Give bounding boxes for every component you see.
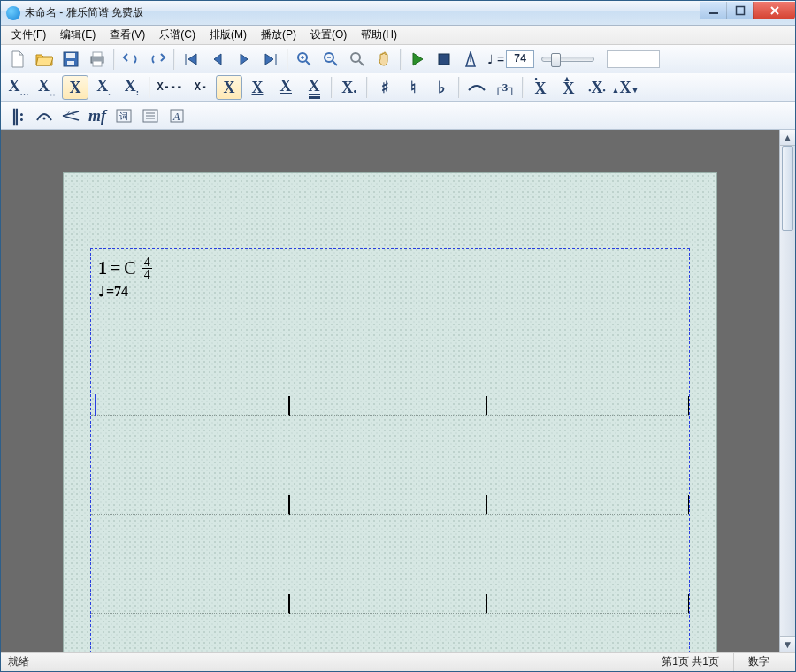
stave-row[interactable]: [91, 416, 689, 515]
edit-cursor: [95, 394, 96, 416]
canvas-scroll[interactable]: 1 = C 4 4 =74: [1, 130, 779, 652]
fermata-button[interactable]: [32, 103, 57, 128]
new-button[interactable]: [5, 47, 30, 72]
octave-up2[interactable]: ▲X: [555, 75, 582, 100]
undo-icon: [122, 52, 140, 66]
page-margin: 1 = C 4 4 =74: [90, 248, 690, 652]
note-dur-4[interactable]: X.: [90, 75, 117, 100]
crescendo-button[interactable]: 2 1: [58, 103, 83, 128]
menu-settings[interactable]: 设置(O): [303, 26, 354, 44]
pan-button[interactable]: [371, 47, 396, 72]
tie-button[interactable]: [463, 75, 490, 100]
prev-button[interactable]: [205, 47, 230, 72]
flat-icon: ♭: [438, 80, 445, 95]
stave-row[interactable]: [91, 317, 689, 416]
stop-icon: [438, 53, 450, 65]
note-dur-5[interactable]: X:: [119, 75, 145, 100]
score-page[interactable]: 1 = C 4 4 =74: [63, 172, 717, 652]
scroll-track[interactable]: [780, 146, 795, 636]
folder-open-icon: [35, 51, 53, 67]
len-1dash[interactable]: X-: [188, 75, 214, 100]
scroll-up-button[interactable]: ▲: [780, 130, 795, 146]
repeat-button[interactable]: ‖:: [5, 103, 30, 128]
tempo-slider[interactable]: [541, 57, 594, 62]
triplet-button[interactable]: ┌3┐: [492, 75, 518, 100]
svg-rect-4: [67, 61, 74, 65]
zoom-out-button[interactable]: [318, 47, 343, 72]
menu-score[interactable]: 乐谱(C): [152, 26, 203, 44]
stave-row[interactable]: [91, 614, 689, 652]
dynamics-button[interactable]: mf: [85, 103, 110, 128]
len-under3[interactable]: X: [301, 75, 327, 100]
menu-layout[interactable]: 排版(M): [203, 26, 254, 44]
undo-button[interactable]: [119, 47, 143, 72]
tempo-note-icon: ♩ =: [487, 52, 504, 66]
minimize-button[interactable]: [700, 2, 726, 19]
open-button[interactable]: [32, 47, 57, 72]
redo-icon: [149, 52, 166, 66]
note-dur-3[interactable]: X: [62, 75, 88, 100]
scroll-down-button[interactable]: ▼: [780, 636, 795, 652]
eq-sign: =: [111, 258, 120, 279]
dynamics-icon: mf: [88, 108, 106, 124]
close-button[interactable]: [753, 2, 795, 19]
print-button[interactable]: [85, 47, 110, 72]
go-last-icon: [263, 52, 279, 66]
last-button[interactable]: [258, 47, 283, 72]
menu-edit[interactable]: 编辑(E): [53, 26, 103, 44]
zoom-in-button[interactable]: [292, 47, 317, 72]
octave-down2[interactable]: ▲X▼: [612, 75, 639, 100]
status-mode: 数字: [733, 653, 795, 671]
separator: [287, 49, 288, 70]
text-block-button[interactable]: [138, 103, 163, 128]
natural-button[interactable]: ♮: [400, 75, 426, 100]
stop-button[interactable]: [432, 47, 456, 72]
redo-button[interactable]: [145, 47, 170, 72]
x-icon: X: [70, 80, 81, 95]
len-under1[interactable]: X: [244, 75, 271, 100]
barline: [688, 396, 690, 416]
sharp-button[interactable]: ♯: [371, 75, 398, 100]
x-dot-below-icon: X.: [96, 78, 111, 97]
scroll-thumb[interactable]: [782, 146, 793, 231]
svg-rect-11: [439, 54, 449, 65]
note-dur-1[interactable]: X…: [5, 75, 32, 100]
natural-icon: ♮: [410, 80, 416, 95]
x-triple-underline-icon: X: [309, 78, 320, 97]
font-button[interactable]: A: [165, 103, 189, 128]
menu-help[interactable]: 帮助(H): [354, 26, 404, 44]
next-button[interactable]: [232, 47, 256, 72]
stave-row[interactable]: [91, 515, 689, 614]
vertical-scrollbar[interactable]: ▲ ▼: [779, 130, 795, 652]
staves: [91, 317, 689, 652]
play-button[interactable]: [405, 47, 430, 72]
menu-file[interactable]: 文件(F): [4, 26, 53, 44]
save-button[interactable]: [58, 47, 83, 72]
lyrics-button[interactable]: 词: [111, 103, 136, 128]
metronome-button[interactable]: [458, 47, 483, 72]
menu-view[interactable]: 查看(V): [103, 26, 152, 44]
zoom-fit-button[interactable]: [345, 47, 370, 72]
menu-play[interactable]: 播放(P): [254, 26, 303, 44]
octave-down[interactable]: •X•: [584, 75, 610, 100]
x-icon: X‥: [38, 78, 56, 97]
note-dur-2[interactable]: X‥: [34, 75, 60, 100]
len-under2[interactable]: X: [272, 75, 299, 100]
svg-point-10: [351, 53, 360, 62]
flat-button[interactable]: ♭: [428, 75, 455, 100]
slider-thumb[interactable]: [551, 53, 561, 67]
toolbar-notes: X… X‥ X X. X: X--- X- X X X X X. ♯ ♮ ♭ ┌…: [1, 73, 795, 102]
separator: [366, 77, 368, 98]
len-plain[interactable]: X: [216, 75, 242, 100]
len-3dash[interactable]: X---: [154, 75, 186, 100]
dotted-note[interactable]: X.: [336, 75, 363, 100]
first-button[interactable]: [179, 47, 203, 72]
svg-text:A: A: [172, 111, 180, 123]
x-dash-icon: X-: [195, 81, 207, 94]
status-page: 第1页 共1页: [647, 653, 733, 671]
separator: [113, 49, 115, 70]
svg-rect-1: [736, 7, 744, 15]
tempo-input[interactable]: [506, 50, 534, 68]
maximize-button[interactable]: [726, 2, 753, 19]
octave-up[interactable]: •X: [527, 75, 554, 100]
